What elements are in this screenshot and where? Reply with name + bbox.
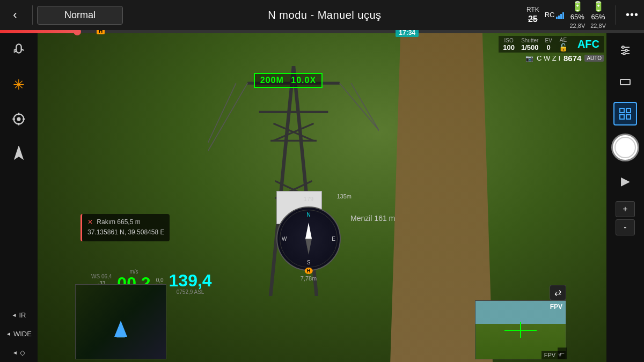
wb-camera-icon: 📷 xyxy=(525,55,533,62)
top-right-status: RTK 25 RC 🔋 65% 22,8V 🔋 65% 22,8V ••• xyxy=(526,1,639,30)
rc-signal-bars xyxy=(556,11,564,19)
zoom-distance: 200M xyxy=(260,76,284,85)
compass-h-badge: H xyxy=(305,268,313,274)
ae-lock-icon: 🔓 xyxy=(559,43,568,51)
svg-point-4 xyxy=(18,118,20,121)
camera-settings-overlay: ISO 100 Shutter 1/500 EV 0 AE 🔓 AFC xyxy=(499,36,604,63)
more-button[interactable]: ••• xyxy=(626,9,639,21)
battery2-icon: 🔋 xyxy=(592,1,604,13)
svg-point-26 xyxy=(622,46,624,48)
telelink-button[interactable]: ⇄ xyxy=(550,285,566,300)
shutter-inner xyxy=(614,137,636,158)
compass-degree: 179 xyxy=(304,196,313,202)
svg-rect-29 xyxy=(620,79,630,85)
heading-value: 139,4 xyxy=(169,272,212,289)
camera-feed: 200M 10.0X ISO 100 Shutter 1/500 EV 0 xyxy=(38,33,606,362)
wide-arrow: ◄ xyxy=(6,331,11,337)
wb-number: 8674 xyxy=(564,54,581,63)
svg-line-19 xyxy=(208,83,247,152)
ev-label: EV xyxy=(545,38,552,43)
zoom-in-button[interactable]: + xyxy=(616,201,635,217)
coordinates-text: 37.135861 N, 39.508458 E xyxy=(87,228,164,236)
fpv-vertical-line xyxy=(520,322,521,338)
needle-south xyxy=(305,239,312,255)
back-button[interactable]: ‹ xyxy=(5,5,25,25)
camera-settings-button[interactable] xyxy=(613,39,637,62)
flight-title: N modu - Manuel uçuş xyxy=(123,9,526,21)
ev-setting: EV 0 xyxy=(545,38,552,51)
svg-rect-30 xyxy=(620,108,624,113)
shutter-button[interactable] xyxy=(611,134,639,161)
diamond-icon: ◇ xyxy=(20,349,25,357)
ev-value: 0 xyxy=(547,43,551,51)
navigation-icon[interactable] xyxy=(7,142,31,165)
fpv-label: FPV xyxy=(550,303,562,311)
zoom-out-button[interactable]: - xyxy=(616,219,635,235)
progress-fill xyxy=(0,30,77,33)
compass-distance: 7,78m xyxy=(301,275,317,282)
afc-badge: AFC xyxy=(577,38,599,50)
rc-bar-1 xyxy=(556,17,558,19)
location-overlay: ✕ Rakım 665,5 m 37.135861 N, 39.508458 E xyxy=(80,214,170,241)
camera-params-row: ISO 100 Shutter 1/500 EV 0 AE 🔓 AFC xyxy=(499,36,604,53)
crosshair-icon[interactable] xyxy=(7,107,31,131)
range-overlay: Menzil 161 m xyxy=(350,214,395,223)
zoom-controls: + - xyxy=(616,201,635,235)
corner-bracket-icon: ⌐ xyxy=(558,348,567,359)
rtk-status: RTK 25 xyxy=(526,6,539,24)
svg-line-20 xyxy=(340,83,379,152)
divider2 xyxy=(616,5,616,25)
ae-setting: AE 🔓 xyxy=(559,37,568,51)
shutter-setting: Shutter 1/500 xyxy=(521,38,539,51)
battery1-icon: 🔋 xyxy=(572,1,583,13)
svg-line-21 xyxy=(208,83,236,181)
diamond-button[interactable]: ◄ ◇ xyxy=(12,349,25,357)
target-lock-button[interactable] xyxy=(613,102,637,125)
svg-point-28 xyxy=(623,53,625,55)
iso-setting: ISO 100 xyxy=(503,38,515,51)
auto-badge: AUTO xyxy=(584,55,604,62)
svg-rect-31 xyxy=(626,108,631,113)
location-cross-icon: ✕ xyxy=(87,218,93,226)
heading-block: 139,4 0752,9 ASL xyxy=(169,272,212,295)
gesture-icon[interactable] xyxy=(7,39,31,62)
rtk-number: 25 xyxy=(528,14,538,24)
map-direction-arrow xyxy=(114,321,127,337)
battery1-volt: 22,8V xyxy=(569,22,585,29)
compass-circle: N S E W H xyxy=(276,206,341,271)
battery2-pct: 65% xyxy=(591,13,605,22)
battery2: 🔋 65% 22,8V xyxy=(590,1,606,30)
progress-bar[interactable]: H 17:34 xyxy=(0,30,644,33)
svg-rect-32 xyxy=(620,115,624,119)
compass-east: E xyxy=(332,236,335,242)
right-sidebar: ▶ + - xyxy=(606,33,644,362)
rc-label: RC xyxy=(545,11,555,19)
mode-button[interactable]: Normal xyxy=(37,6,123,25)
wb-row: 📷 C W Z I 8674 AUTO xyxy=(525,54,604,63)
compass-135m-label: 135m xyxy=(336,193,352,200)
zoom-indicator: 200M 10.0X xyxy=(254,73,323,88)
map-thumbnail xyxy=(75,284,166,359)
wide-button[interactable]: ◄ WIDE xyxy=(6,330,32,338)
aspect-ratio-button[interactable] xyxy=(613,70,637,94)
compass-west: W xyxy=(282,236,287,242)
ws-label: WS 06,4 xyxy=(91,273,112,280)
ir-arrow: ◄ xyxy=(12,312,17,318)
rc-bar-4 xyxy=(562,12,564,19)
rtk-label: RTK xyxy=(526,6,539,13)
compass-north: N xyxy=(306,212,310,218)
battery2-volt: 22,8V xyxy=(590,22,606,29)
altitude-text: Rakım 665,5 m xyxy=(97,218,140,226)
vs-label: 0,0 xyxy=(156,277,164,283)
compass-south: S xyxy=(307,260,311,265)
divider xyxy=(32,5,33,25)
wb-mode-label: C W Z I xyxy=(537,54,560,62)
svg-line-22 xyxy=(351,83,379,181)
rc-status: RC xyxy=(545,11,565,19)
shutter-value: 1/500 xyxy=(521,43,539,51)
battery1-pct: 65% xyxy=(570,13,584,22)
ir-button[interactable]: ◄ IR xyxy=(12,311,26,319)
needle-north xyxy=(305,223,312,239)
exposure-icon[interactable]: ✳ xyxy=(7,73,31,97)
video-button[interactable]: ▶ xyxy=(613,169,637,193)
